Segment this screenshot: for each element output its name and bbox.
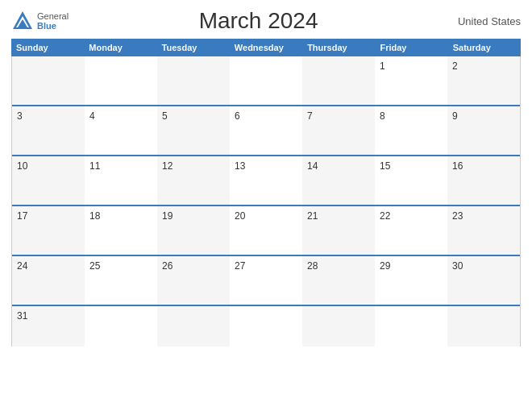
- day-number: 23: [452, 210, 463, 222]
- day-cell: [302, 306, 375, 347]
- day-cell: [447, 306, 520, 347]
- day-number: 6: [235, 110, 240, 122]
- day-number: 16: [452, 160, 463, 172]
- week-row-1: 12: [12, 56, 520, 106]
- day-cell: 2: [447, 56, 520, 105]
- day-number: 10: [17, 160, 27, 172]
- day-number: 3: [17, 110, 23, 122]
- day-cell: 29: [375, 256, 447, 305]
- day-cell: 18: [85, 206, 157, 255]
- day-number: 8: [380, 110, 385, 122]
- day-number: 31: [17, 310, 27, 322]
- day-cell: 1: [375, 56, 447, 105]
- day-number: 17: [17, 210, 27, 222]
- day-cell: 19: [157, 206, 230, 255]
- day-cell: 4: [85, 106, 157, 155]
- day-number: 19: [162, 210, 172, 222]
- day-header-monday: Monday: [84, 39, 156, 56]
- week-row-3: 10111213141516: [12, 156, 520, 206]
- day-cell: 26: [157, 256, 230, 305]
- day-number: 22: [380, 210, 390, 222]
- day-cell: 7: [302, 106, 375, 155]
- day-cell: 30: [447, 256, 520, 305]
- logo: General Blue: [11, 10, 69, 32]
- day-number: 11: [89, 160, 100, 172]
- day-number: 27: [235, 260, 245, 272]
- days-header: Sunday Monday Tuesday Wednesday Thursday…: [11, 39, 521, 56]
- day-cell: [85, 56, 157, 105]
- day-number: 24: [17, 260, 27, 272]
- day-number: 13: [235, 160, 245, 172]
- day-header-wednesday: Wednesday: [230, 39, 302, 56]
- day-cell: 16: [447, 156, 520, 205]
- day-cell: 25: [85, 256, 157, 305]
- day-number: 2: [452, 60, 458, 72]
- day-header-sunday: Sunday: [11, 39, 84, 56]
- day-cell: 23: [447, 206, 520, 255]
- logo-text: General Blue: [37, 11, 69, 31]
- day-header-thursday: Thursday: [302, 39, 375, 56]
- day-cell: 14: [302, 156, 375, 205]
- day-number: 14: [307, 160, 318, 172]
- day-cell: 12: [157, 156, 230, 205]
- day-cell: [157, 56, 230, 105]
- day-number: 30: [452, 260, 463, 272]
- day-number: 26: [162, 260, 172, 272]
- day-header-friday: Friday: [375, 39, 447, 56]
- day-cell: 3: [12, 106, 85, 155]
- day-cell: 5: [157, 106, 230, 155]
- day-cell: 20: [230, 206, 302, 255]
- day-cell: [302, 56, 375, 105]
- day-number: 15: [380, 160, 390, 172]
- day-cell: [375, 306, 447, 347]
- day-cell: 15: [375, 156, 447, 205]
- day-cell: 17: [12, 206, 85, 255]
- day-number: 28: [307, 260, 318, 272]
- day-cell: [230, 306, 302, 347]
- country-label: United States: [448, 15, 521, 27]
- day-number: 12: [162, 160, 172, 172]
- day-number: 1: [380, 60, 385, 72]
- day-number: 4: [89, 110, 95, 122]
- day-cell: [12, 56, 85, 105]
- day-cell: 24: [12, 256, 85, 305]
- logo-icon: [11, 10, 34, 32]
- day-cell: [230, 56, 302, 105]
- day-cell: 6: [230, 106, 302, 155]
- week-row-2: 3456789: [12, 106, 520, 156]
- day-cell: 9: [447, 106, 520, 155]
- logo-general: General: [37, 11, 69, 21]
- day-number: 9: [452, 110, 458, 122]
- day-number: 21: [307, 210, 318, 222]
- day-header-tuesday: Tuesday: [157, 39, 230, 56]
- day-cell: 21: [302, 206, 375, 255]
- month-title: March 2024: [69, 8, 448, 34]
- calendar-grid: 1234567891011121314151617181920212223242…: [11, 56, 521, 347]
- day-cell: 31: [12, 306, 85, 347]
- calendar-header: General Blue March 2024 United States: [11, 8, 521, 34]
- day-cell: 13: [230, 156, 302, 205]
- week-row-6: 31: [12, 306, 520, 347]
- day-cell: 11: [85, 156, 157, 205]
- day-number: 29: [380, 260, 390, 272]
- day-number: 5: [162, 110, 168, 122]
- day-cell: 22: [375, 206, 447, 255]
- logo-blue: Blue: [37, 21, 69, 31]
- day-header-saturday: Saturday: [448, 39, 521, 56]
- day-number: 20: [235, 210, 245, 222]
- day-number: 18: [89, 210, 100, 222]
- calendar-container: General Blue March 2024 United States Su…: [0, 0, 532, 411]
- day-cell: 28: [302, 256, 375, 305]
- day-cell: 27: [230, 256, 302, 305]
- day-number: 25: [89, 260, 100, 272]
- day-number: 7: [307, 110, 313, 122]
- week-row-4: 17181920212223: [12, 206, 520, 256]
- day-cell: [85, 306, 157, 347]
- day-cell: 10: [12, 156, 85, 205]
- day-cell: 8: [375, 106, 447, 155]
- week-row-5: 24252627282930: [12, 256, 520, 306]
- day-cell: [157, 306, 230, 347]
